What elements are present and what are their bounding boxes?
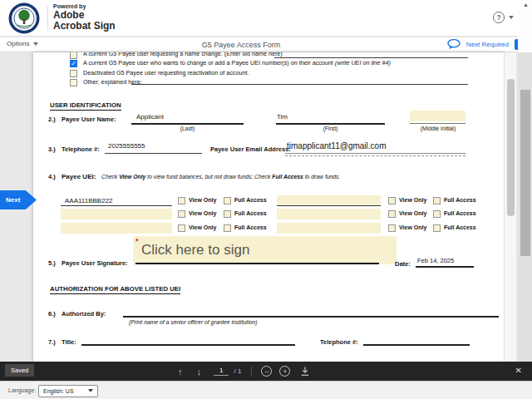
footer-divider <box>251 367 252 377</box>
telephone-value[interactable]: 2025555555 <box>108 142 145 150</box>
uei-field-2[interactable] <box>277 195 381 206</box>
option-change-uei-note: (write UEI on line #4) <box>335 59 391 66</box>
language-selected-option: English: US <box>43 388 74 394</box>
uei-field-4[interactable] <box>277 209 381 219</box>
option-name-change-label: A current G5 Payee user requesting a nam… <box>83 52 283 57</box>
last-caption: (Last) <box>131 126 244 131</box>
other-explained-line <box>131 84 468 85</box>
chevron-down-icon <box>509 16 514 19</box>
next-tab-label: Next <box>6 196 20 204</box>
acrobat-sign-window: Powered by Adobe Acrobat Sign ? Options … <box>0 0 532 399</box>
title-line <box>81 344 295 346</box>
view-only-checkbox-4[interactable] <box>388 210 396 218</box>
required-asterisk: * <box>135 237 139 245</box>
language-label: Language: <box>8 387 36 393</box>
click-to-sign-prompt[interactable]: Click here to sign <box>141 242 249 259</box>
authorized-by-caption: (Print name of a senior officer of grant… <box>129 319 258 325</box>
document-toolbar: Options G5 Payee Access Form Next Requir… <box>0 37 532 52</box>
item2-number: 2.) <box>48 116 56 123</box>
language-select[interactable]: English: US <box>38 385 98 397</box>
full-access-checkbox-1[interactable] <box>224 197 231 204</box>
scroll-up-icon[interactable]: ▲ <box>523 2 529 7</box>
first-caption: (First) <box>276 126 385 131</box>
first-name-line <box>276 123 385 125</box>
download-icon[interactable] <box>300 366 310 377</box>
uei-field-3[interactable] <box>61 209 172 219</box>
uei-field-6[interactable] <box>277 223 381 234</box>
zoom-out-button[interactable]: − <box>261 366 272 377</box>
check-icon: ✓ <box>71 61 76 66</box>
auth-telephone-line <box>363 344 470 346</box>
full-access-checkbox-3[interactable] <box>224 210 231 218</box>
auth-telephone-label: Telephone #: <box>320 338 358 346</box>
authorization-heading: AUTHORIZATION FOR ABOVE LISTED UEI <box>50 285 180 294</box>
uei-instr-2: to view fund balances, but not draw fund… <box>145 174 272 180</box>
next-required-label[interactable]: Next Required <box>466 41 509 48</box>
help-menu[interactable]: ? <box>493 12 514 23</box>
checkbox-reactivation[interactable]: ✓ <box>70 70 77 77</box>
next-required-group: Next Required 1 <box>447 39 525 50</box>
middle-caption: (Middle Initial) <box>403 126 473 131</box>
full-access-checkbox-4[interactable] <box>433 210 441 218</box>
email-value[interactable]: timapplicant11@gmail.com <box>287 141 386 150</box>
document-scrollbar[interactable] <box>504 52 516 362</box>
document-scrollbar-thumb[interactable] <box>507 79 515 216</box>
app-header: Powered by Adobe Acrobat Sign ? <box>0 0 532 37</box>
window-scrollbar-top <box>518 0 532 52</box>
signature-line <box>135 263 379 264</box>
view-only-checkbox-3[interactable] <box>178 210 185 218</box>
payee-uei-label: Payee UEI: <box>62 173 96 180</box>
checkbox-other[interactable]: ✓ <box>70 79 77 86</box>
language-bar: Language: English: US <box>0 381 532 399</box>
uei-field-5[interactable] <box>61 223 172 234</box>
help-icon[interactable]: ? <box>493 12 505 23</box>
saved-status-badge: Saved <box>5 364 34 377</box>
full-access-label: Full Access <box>234 197 267 203</box>
option-change-uei-text: A current G5 Payee user who wants to cha… <box>83 59 333 66</box>
view-only-checkbox-2[interactable] <box>388 197 396 204</box>
full-access-label: Full Access <box>444 210 476 216</box>
full-access-checkbox-2[interactable] <box>433 197 441 204</box>
page-number-input[interactable]: 1 <box>214 367 229 376</box>
item5-number: 5.) <box>48 259 56 267</box>
option-change-uei-label: A current G5 Payee user who wants to cha… <box>83 59 391 66</box>
next-field-arrow[interactable]: Next <box>0 190 37 209</box>
middle-initial-field[interactable] <box>410 111 466 121</box>
last-name-value[interactable]: Applicant <box>136 113 164 121</box>
uei-field-1[interactable]: AAA111BBB222 <box>61 195 172 206</box>
checkbox-name-change[interactable]: ✓ <box>70 52 77 59</box>
option-reactivation-label: Deactivated G5 Payee user requesting rea… <box>83 69 249 76</box>
signature-field[interactable]: * Click here to sign <box>133 236 397 264</box>
item6-number: 6.) <box>48 310 56 318</box>
full-access-checkbox-6[interactable] <box>433 224 441 232</box>
uei-instr-1: Check <box>101 174 119 180</box>
message-icon[interactable] <box>447 39 461 50</box>
page-down-icon[interactable]: ↓ <box>197 367 202 377</box>
view-only-label: View Only <box>189 224 216 230</box>
chevron-down-icon <box>88 389 93 392</box>
user-identification-heading: USER IDENTIFICATION <box>50 101 121 111</box>
page-total-label: / 1 <box>234 367 241 375</box>
brand-acrobat-sign: Acrobat Sign <box>53 21 116 32</box>
uei-instr-3: to draw funds. <box>303 174 341 180</box>
first-name-value[interactable]: Tim <box>277 113 288 121</box>
zoom-in-button[interactable]: + <box>279 366 290 377</box>
checkbox-change-uei[interactable]: ✓ <box>70 60 77 67</box>
window-scrollbar-track[interactable] <box>518 52 532 362</box>
uei-instruction: Check View Only to view fund balances, b… <box>101 174 340 180</box>
full-access-label: Full Access <box>234 224 267 230</box>
date-line <box>416 266 474 268</box>
uei-instr-fullaccess: Full Access <box>272 174 303 180</box>
item7-number: 7.) <box>48 338 56 346</box>
page-up-icon[interactable]: ↑ <box>178 367 183 377</box>
full-access-checkbox-5[interactable] <box>224 224 231 232</box>
window-scrollbar-thumb[interactable] <box>520 90 530 256</box>
last-name-line <box>131 123 244 125</box>
view-only-label: View Only <box>189 210 216 216</box>
title-label: Title: <box>62 338 76 346</box>
view-only-label: View Only <box>189 197 216 203</box>
view-only-checkbox-6[interactable] <box>388 224 396 232</box>
close-icon[interactable]: ✕ <box>515 366 522 375</box>
view-only-checkbox-5[interactable] <box>178 224 185 232</box>
view-only-checkbox-1[interactable] <box>178 197 185 204</box>
